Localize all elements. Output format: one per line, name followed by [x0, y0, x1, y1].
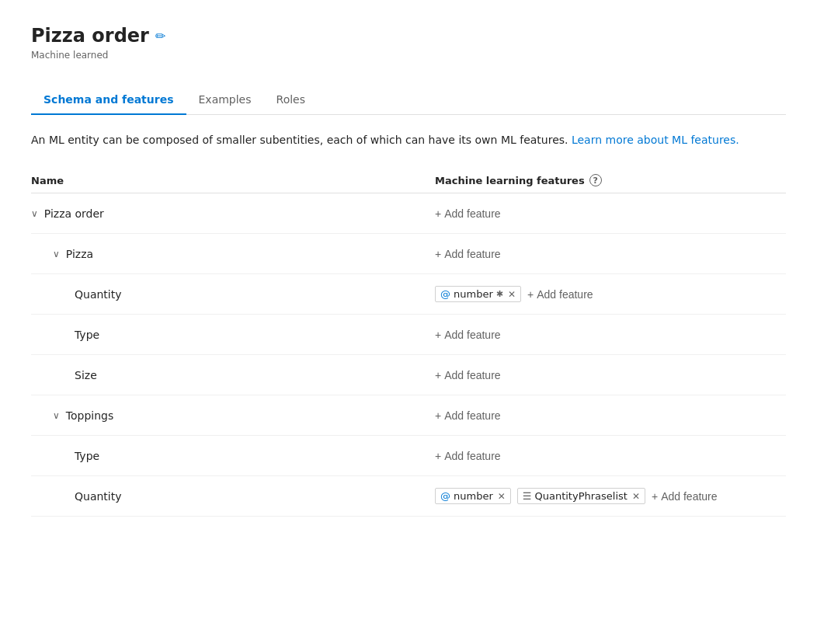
row-features-quantity-1: @ number ✱ ✕ + Add feature — [435, 286, 786, 302]
row-features-pizza: + Add feature — [435, 248, 786, 260]
entity-name: Size — [75, 369, 97, 381]
page-subtitle: Machine learned — [31, 50, 786, 61]
entity-name: Quantity — [75, 288, 122, 301]
add-feature-label: Add feature — [661, 490, 717, 503]
page-title: Pizza order — [31, 25, 149, 47]
row-name-pizza: ∨ Pizza — [31, 248, 435, 260]
add-feature-button[interactable]: + Add feature — [652, 490, 718, 503]
row-features-quantity-2: @ number ✕ ☰ QuantityPhraselist ✕ + Add … — [435, 488, 786, 504]
row-features-size: + Add feature — [435, 369, 786, 381]
plus-icon: + — [435, 207, 441, 220]
table-row: Size + Add feature — [31, 355, 786, 395]
tab-schema[interactable]: Schema and features — [31, 85, 186, 115]
add-feature-label: Add feature — [444, 450, 500, 462]
edit-icon[interactable]: ✏ — [155, 29, 165, 44]
add-feature-label: Add feature — [444, 409, 500, 422]
star-icon: ✱ — [496, 289, 503, 299]
learn-more-link[interactable]: Learn more about ML features. — [572, 134, 739, 146]
table-header: Name Machine learning features ? — [31, 168, 786, 193]
col-name-header: Name — [31, 175, 435, 186]
table-row: Type + Add feature — [31, 315, 786, 355]
add-feature-button[interactable]: + Add feature — [435, 369, 501, 381]
table-row: ∨ Pizza + Add feature — [31, 234, 786, 274]
plus-icon: + — [435, 329, 441, 341]
entity-name: Quantity — [75, 490, 122, 503]
chevron-icon[interactable]: ∨ — [53, 410, 60, 421]
entity-name: Type — [75, 329, 99, 341]
table-row: ∨ Pizza order + Add feature — [31, 193, 786, 234]
plus-icon: + — [652, 490, 658, 503]
entity-name: Pizza order — [44, 207, 104, 220]
add-feature-button[interactable]: + Add feature — [435, 329, 501, 341]
row-name-quantity-2: Quantity — [31, 490, 435, 503]
tab-roles[interactable]: Roles — [264, 85, 318, 115]
feature-tag: @ number ✕ — [435, 488, 511, 504]
feature-tag: @ number ✱ ✕ — [435, 286, 521, 302]
tab-examples[interactable]: Examples — [186, 85, 264, 115]
row-features-type-2: + Add feature — [435, 450, 786, 462]
schema-table: Name Machine learning features ? ∨ Pizza… — [31, 168, 786, 517]
add-feature-button[interactable]: + Add feature — [527, 288, 593, 301]
at-icon: @ — [440, 288, 450, 300]
add-feature-button[interactable]: + Add feature — [435, 248, 501, 260]
chevron-icon[interactable]: ∨ — [53, 249, 60, 259]
row-name-quantity-1: Quantity — [31, 288, 435, 301]
plus-icon: + — [527, 288, 534, 301]
row-name-size: Size — [31, 369, 435, 381]
row-name-pizza-order: ∨ Pizza order — [31, 207, 435, 220]
row-features-toppings: + Add feature — [435, 409, 786, 422]
add-feature-button[interactable]: + Add feature — [435, 207, 501, 220]
tab-bar: Schema and features Examples Roles — [31, 85, 786, 115]
feature-label: QuantityPhraselist — [534, 490, 627, 502]
entity-name: Type — [75, 450, 99, 462]
add-feature-label: Add feature — [444, 207, 500, 220]
add-feature-label: Add feature — [537, 288, 593, 301]
feature-tag: ☰ QuantityPhraselist ✕ — [517, 488, 645, 504]
list-icon: ☰ — [523, 490, 532, 502]
row-name-type-2: Type — [31, 450, 435, 462]
table-row: ∨ Toppings + Add feature — [31, 395, 786, 436]
at-icon: @ — [440, 490, 450, 502]
close-icon[interactable]: ✕ — [498, 491, 506, 502]
add-feature-label: Add feature — [444, 369, 500, 381]
row-name-type-1: Type — [31, 329, 435, 341]
table-row: Quantity @ number ✱ ✕ + Add feature — [31, 274, 786, 315]
description-text: An ML entity can be composed of smaller … — [31, 134, 786, 146]
page-title-container: Pizza order ✏ — [31, 25, 786, 47]
add-feature-label: Add feature — [444, 329, 500, 341]
row-features-pizza-order: + Add feature — [435, 207, 786, 220]
help-icon[interactable]: ? — [589, 174, 602, 186]
table-row: Type + Add feature — [31, 436, 786, 476]
table-row: Quantity @ number ✕ ☰ QuantityPhraselist… — [31, 476, 786, 517]
add-feature-label: Add feature — [444, 248, 500, 260]
entity-name: Toppings — [66, 409, 113, 422]
plus-icon: + — [435, 409, 441, 422]
feature-label: number — [454, 288, 493, 300]
plus-icon: + — [435, 369, 441, 381]
row-name-toppings: ∨ Toppings — [31, 409, 435, 422]
entity-name: Pizza — [66, 248, 93, 260]
chevron-icon[interactable]: ∨ — [31, 208, 38, 219]
row-features-type-1: + Add feature — [435, 329, 786, 341]
plus-icon: + — [435, 248, 441, 260]
close-icon[interactable]: ✕ — [632, 491, 640, 502]
col-features-header: Machine learning features ? — [435, 174, 786, 186]
add-feature-button[interactable]: + Add feature — [435, 450, 501, 462]
plus-icon: + — [435, 450, 441, 462]
feature-label: number — [454, 490, 493, 502]
add-feature-button[interactable]: + Add feature — [435, 409, 501, 422]
close-icon[interactable]: ✕ — [508, 289, 516, 300]
